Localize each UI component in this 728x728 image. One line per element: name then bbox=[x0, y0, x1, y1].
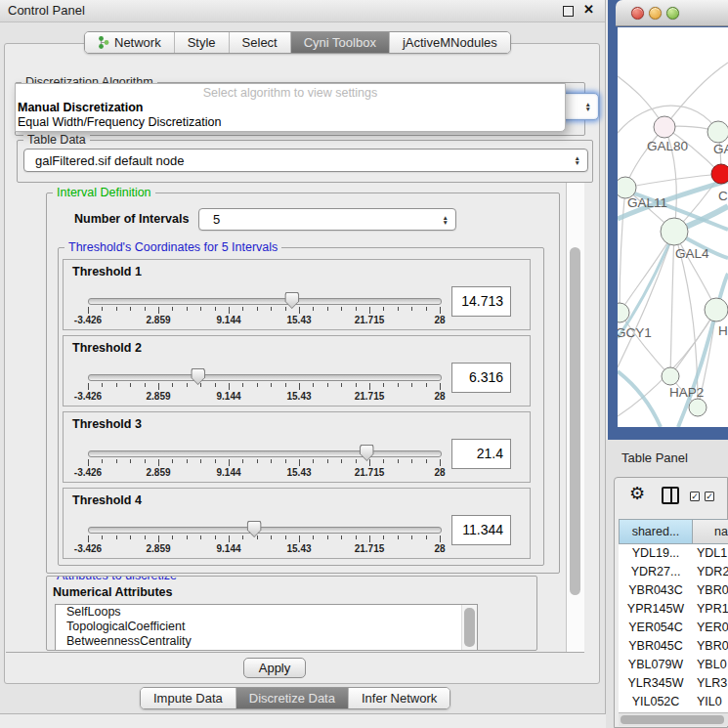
table-data-selected-value: galFiltered.sif default node bbox=[35, 153, 184, 168]
cell-shared-name: YBR045C bbox=[619, 637, 693, 656]
tick-label: 2.859 bbox=[146, 543, 170, 554]
table-row[interactable]: YBR045CYBR0 bbox=[619, 637, 728, 656]
slider-tick-labels: -3.4262.8599.14415.4321.71528 bbox=[88, 391, 440, 403]
tab-infer-network[interactable]: Infer Network bbox=[349, 688, 450, 708]
tab-cyni-toolbox[interactable]: Cyni Toolbox bbox=[291, 32, 390, 53]
node-label-h: H bbox=[718, 323, 728, 338]
checkbox-icon[interactable]: ✓ bbox=[690, 492, 700, 501]
attribute-item-selfloops[interactable]: SelfLoops bbox=[56, 605, 477, 620]
number-of-intervals-select[interactable]: 5 ▲▼ bbox=[198, 208, 456, 231]
network-edge[interactable] bbox=[664, 63, 728, 127]
network-node-h[interactable] bbox=[705, 298, 728, 321]
threshold-value-field[interactable]: 21.4 bbox=[451, 439, 511, 469]
combo-arrows-icon: ▲▼ bbox=[443, 215, 449, 225]
checkbox-icon[interactable]: ✓ bbox=[705, 492, 714, 501]
network-node-red-node[interactable] bbox=[711, 164, 728, 184]
network-edge[interactable] bbox=[670, 232, 674, 376]
cell-shared-name: YBR043C bbox=[619, 581, 693, 600]
algorithm-popup: Select algorithm to view settings Manual… bbox=[15, 83, 566, 132]
apply-button[interactable]: Apply bbox=[243, 658, 306, 678]
table-row[interactable]: YER054CYER0 bbox=[619, 619, 728, 637]
table-row[interactable]: YDL19...YDL1 bbox=[619, 544, 728, 563]
tab-discretize-data[interactable]: Discretize Data bbox=[236, 688, 349, 708]
split-columns-icon[interactable] bbox=[662, 487, 679, 504]
threshold-panel-3: Threshold 3-3.4262.8599.14415.4321.71528… bbox=[63, 411, 531, 483]
threshold-slider-track[interactable] bbox=[88, 450, 442, 457]
table-row[interactable]: YLR345WYLR3 bbox=[619, 674, 728, 693]
combo-arrows-icon: ▲▼ bbox=[585, 102, 591, 111]
tick-label: 2.859 bbox=[146, 391, 170, 402]
tick-label: 28 bbox=[434, 391, 445, 402]
threshold-panel-1: Threshold 1-3.4262.8599.14415.4321.71528… bbox=[63, 259, 531, 330]
cell-name: YER0 bbox=[697, 619, 728, 637]
network-canvas[interactable]: GAL80GACGAL11GAL4GCY1HHAP2 bbox=[618, 27, 728, 427]
network-node-gal4[interactable] bbox=[661, 218, 688, 245]
tab-jactivemnodules[interactable]: jActiveMNodules bbox=[390, 32, 510, 53]
table-data-select[interactable]: galFiltered.sif default node ▲▼ bbox=[23, 149, 588, 172]
tick-label: 15.43 bbox=[286, 391, 311, 402]
attribute-item-topologicalcoefficient[interactable]: TopologicalCoefficient bbox=[56, 620, 477, 634]
tab-impute-data[interactable]: Impute Data bbox=[141, 688, 236, 708]
algorithm-option-manual-discretization[interactable]: Manual Discretization bbox=[16, 101, 565, 115]
slider-ticks bbox=[88, 383, 440, 391]
network-edge[interactable] bbox=[620, 188, 625, 313]
threshold-slider-track[interactable] bbox=[88, 298, 442, 305]
tick-label: 2.859 bbox=[146, 315, 170, 325]
network-edge[interactable] bbox=[620, 232, 674, 313]
threshold-slider-track[interactable] bbox=[88, 527, 442, 534]
algorithm-option-equal-width-frequency-discretization[interactable]: Equal Width/Frequency Discretization bbox=[16, 115, 565, 130]
network-node-gcy1[interactable] bbox=[618, 303, 629, 322]
table-row[interactable]: YBR043CYBR0 bbox=[619, 581, 728, 600]
node-label-ga: GA bbox=[713, 142, 728, 156]
tick-label: 21.715 bbox=[355, 315, 385, 325]
cell-shared-name: YBL079W bbox=[619, 656, 693, 674]
threshold-slider-track[interactable] bbox=[88, 374, 442, 381]
table-row[interactable]: YIL052CYIL0 bbox=[619, 693, 728, 711]
tick-label: 21.715 bbox=[355, 391, 385, 402]
minimize-traffic-light-icon[interactable] bbox=[649, 7, 662, 20]
network-icon bbox=[98, 35, 109, 50]
attribute-item-betweennesscentrality[interactable]: BetweennessCentrality bbox=[56, 634, 477, 649]
node-table: shared... name YDL19...YDL1YDR27...YDR2Y… bbox=[619, 519, 728, 726]
threshold-value-field[interactable]: 6.316 bbox=[451, 363, 511, 393]
attributes-group-title: Attributes to discretize bbox=[53, 576, 181, 582]
tab-network[interactable]: Network bbox=[85, 32, 175, 53]
tick-label: 15.43 bbox=[286, 467, 311, 478]
table-data-group-title: Table Data bbox=[23, 133, 90, 147]
attributes-list-scrollbar[interactable] bbox=[461, 605, 477, 651]
zoom-traffic-light-icon[interactable] bbox=[666, 7, 679, 20]
algorithm-popup-items: Manual DiscretizationEqual Width/Frequen… bbox=[16, 101, 565, 130]
panel-scrollbar-thumb[interactable] bbox=[570, 247, 580, 595]
table-panel: Table Panel ⚙ ✓ ✓ shared... name YDL19..… bbox=[606, 440, 728, 728]
network-graph: GAL80GACGAL11GAL4GCY1HHAP2 bbox=[618, 27, 728, 427]
tick-label: -3.426 bbox=[74, 543, 102, 554]
tick-label: 21.715 bbox=[355, 543, 385, 554]
network-node-hap2[interactable] bbox=[662, 367, 679, 385]
close-traffic-light-icon[interactable] bbox=[631, 7, 644, 20]
numerical-attributes-list[interactable]: SelfLoopsTopologicalCoefficientBetweenne… bbox=[55, 604, 478, 651]
network-node-gal80[interactable] bbox=[654, 116, 675, 138]
network-node-node[interactable] bbox=[689, 399, 707, 416]
threshold-value-field[interactable]: 11.344 bbox=[451, 515, 511, 545]
column-header-name[interactable]: name bbox=[693, 519, 728, 544]
cell-shared-name: YLR345W bbox=[619, 674, 693, 693]
tab-select[interactable]: Select bbox=[230, 32, 291, 53]
close-icon[interactable]: ✕ bbox=[583, 2, 594, 17]
tab-style[interactable]: Style bbox=[175, 32, 230, 53]
network-edge-thick[interactable] bbox=[618, 371, 661, 427]
attributes-list-scrollbar-thumb[interactable] bbox=[464, 608, 475, 647]
tab-label: Impute Data bbox=[153, 691, 223, 706]
column-header-shared-name[interactable]: shared... bbox=[619, 519, 693, 544]
table-row[interactable]: YDR27...YDR2 bbox=[619, 563, 728, 581]
float-window-icon[interactable] bbox=[563, 6, 574, 17]
table-row[interactable]: YPR145WYPR1 bbox=[619, 600, 728, 619]
threshold-value-field[interactable]: 14.713 bbox=[451, 286, 511, 317]
panel-scrollbar[interactable] bbox=[566, 183, 584, 652]
gear-icon[interactable]: ⚙ bbox=[629, 483, 645, 504]
node-label-gcy1: GCY1 bbox=[618, 325, 652, 340]
table-row[interactable]: YBL079WYBL0 bbox=[619, 656, 728, 674]
network-node-ga[interactable] bbox=[707, 121, 728, 143]
table-horizontal-scrollbar-thumb[interactable] bbox=[621, 715, 724, 724]
network-view-window: GAL80GACGAL11GAL4GCY1HHAP2 bbox=[608, 0, 728, 440]
table-horizontal-scrollbar[interactable] bbox=[619, 712, 728, 726]
